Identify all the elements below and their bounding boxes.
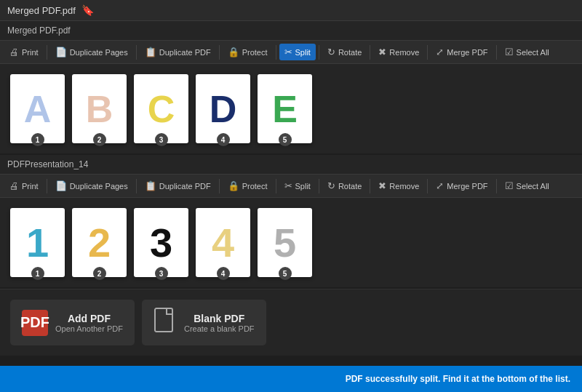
pdf-section-1: Merged PDF.pdf 🖨 Print 📄 Duplicate Pages… bbox=[0, 21, 582, 153]
section-2-title: PDFPresentation_14 bbox=[0, 155, 582, 174]
page-badge-1-2: 2 bbox=[93, 133, 106, 146]
page-thumb-2-2: 2 2 bbox=[72, 208, 127, 277]
sep2-3 bbox=[219, 179, 220, 193]
sep2-7 bbox=[427, 179, 428, 193]
sep2-8 bbox=[496, 179, 497, 193]
duplicate-pdf-btn-2[interactable]: 📋 Duplicate PDF bbox=[140, 177, 216, 194]
print-icon-1: 🖨 bbox=[9, 47, 19, 57]
duplicate-pdf-btn-1[interactable]: 📋 Duplicate PDF bbox=[140, 44, 216, 60]
blank-pdf-subtitle: Create a blank PDF bbox=[184, 324, 255, 333]
sep-7 bbox=[427, 45, 428, 60]
add-pdf-icon: PDF bbox=[22, 310, 48, 336]
sep-1 bbox=[47, 45, 47, 60]
blank-pdf-title: Blank PDF bbox=[184, 313, 255, 324]
duplicate-pages-icon-1: 📄 bbox=[55, 47, 67, 57]
title-bar: Merged PDF.pdf 🔖 bbox=[0, 0, 582, 21]
merge-pdf-icon-1: ⤢ bbox=[436, 47, 444, 57]
page-badge-2-5: 5 bbox=[279, 267, 292, 280]
pages-container-1: A 1 B 2 C 3 D 4 E 5 bbox=[0, 64, 582, 153]
page-badge-2-1: 1 bbox=[31, 267, 44, 280]
remove-btn-2[interactable]: ✖ Remove bbox=[373, 177, 424, 194]
protect-btn-1[interactable]: 🔒 Protect bbox=[223, 44, 273, 60]
toolbar-2: 🖨 Print 📄 Duplicate Pages 📋 Duplicate PD… bbox=[0, 174, 582, 198]
status-message: PDF successfully split. Find it at the b… bbox=[346, 374, 570, 384]
page-badge-2-4: 4 bbox=[217, 267, 230, 280]
page-thumb-1-4: D 4 bbox=[196, 74, 250, 143]
rotate-icon-1: ↻ bbox=[327, 47, 335, 57]
sep2-2 bbox=[136, 179, 137, 193]
sep-5 bbox=[319, 45, 319, 60]
duplicate-pdf-icon-2: 📋 bbox=[145, 180, 156, 191]
bottom-bar: PDF Add PDF Open Another PDF Blank PDF C… bbox=[0, 289, 582, 356]
protect-btn-2[interactable]: 🔒 Protect bbox=[223, 177, 273, 194]
duplicate-pdf-icon-1: 📋 bbox=[145, 47, 156, 57]
page-badge-2-3: 3 bbox=[155, 267, 168, 280]
select-all-icon-2: ☑ bbox=[505, 180, 514, 191]
sep2-6 bbox=[370, 179, 370, 193]
rotate-icon-2: ↻ bbox=[327, 180, 335, 191]
page-badge-1-1: 1 bbox=[31, 133, 44, 146]
remove-icon-1: ✖ bbox=[378, 47, 386, 57]
blank-pdf-icon bbox=[154, 307, 177, 338]
page-thumb-2-3: 3 3 bbox=[134, 208, 188, 277]
protect-icon-1: 🔒 bbox=[228, 47, 239, 57]
remove-btn-1[interactable]: ✖ Remove bbox=[373, 44, 424, 60]
page-thumb-1-1: A 1 bbox=[10, 74, 65, 143]
duplicate-pages-btn-2[interactable]: 📄 Duplicate Pages bbox=[50, 177, 133, 194]
split-icon-1: ✂ bbox=[284, 47, 292, 57]
sep-2 bbox=[136, 45, 137, 60]
title-text: Merged PDF.pdf bbox=[7, 5, 76, 16]
section-1-title: Merged PDF.pdf bbox=[0, 21, 582, 40]
page-badge-1-4: 4 bbox=[217, 133, 230, 146]
save-icon[interactable]: 🔖 bbox=[81, 4, 94, 16]
rotate-btn-2[interactable]: ↻ Rotate bbox=[322, 177, 367, 194]
sep-3 bbox=[219, 45, 220, 60]
blank-pdf-texts: Blank PDF Create a blank PDF bbox=[184, 313, 255, 333]
add-pdf-texts: Add PDF Open Another PDF bbox=[55, 313, 123, 333]
svg-rect-0 bbox=[155, 308, 172, 332]
main-content: Merged PDF.pdf 🖨 Print 📄 Duplicate Pages… bbox=[0, 21, 582, 366]
merge-pdf-btn-2[interactable]: ⤢ Merge PDF bbox=[431, 177, 493, 194]
page-thumb-1-5: E 5 bbox=[258, 74, 312, 143]
page-badge-2-2: 2 bbox=[93, 267, 106, 280]
sep2-5 bbox=[319, 179, 319, 193]
protect-icon-2: 🔒 bbox=[228, 180, 239, 191]
select-all-btn-1[interactable]: ☑ Select All bbox=[500, 44, 554, 60]
status-bar: PDF successfully split. Find it at the b… bbox=[0, 366, 582, 392]
merge-pdf-btn-1[interactable]: ⤢ Merge PDF bbox=[431, 44, 493, 60]
select-all-btn-2[interactable]: ☑ Select All bbox=[500, 177, 554, 194]
page-thumb-2-1: 1 1 bbox=[10, 208, 65, 277]
page-thumb-1-2: B 2 bbox=[72, 74, 127, 143]
page-thumb-1-3: C 3 bbox=[134, 74, 188, 143]
toolbar-1: 🖨 Print 📄 Duplicate Pages 📋 Duplicate PD… bbox=[0, 40, 582, 64]
rotate-btn-1[interactable]: ↻ Rotate bbox=[322, 44, 367, 60]
pages-container-2: 1 1 2 2 3 3 4 4 5 5 bbox=[0, 198, 582, 287]
pdf-section-2: PDFPresentation_14 🖨 Print 📄 Duplicate P… bbox=[0, 155, 582, 287]
split-icon-2: ✂ bbox=[284, 180, 292, 191]
split-btn-2[interactable]: ✂ Split bbox=[279, 177, 316, 194]
add-pdf-title: Add PDF bbox=[55, 313, 123, 324]
page-thumb-2-4: 4 4 bbox=[196, 208, 250, 277]
print-icon-2: 🖨 bbox=[9, 180, 19, 191]
print-btn-1[interactable]: 🖨 Print bbox=[4, 44, 44, 60]
sep-8 bbox=[496, 45, 497, 60]
split-btn-1[interactable]: ✂ Split bbox=[279, 44, 316, 60]
remove-icon-2: ✖ bbox=[378, 180, 386, 191]
select-all-icon-1: ☑ bbox=[505, 47, 514, 57]
page-badge-1-5: 5 bbox=[279, 133, 292, 146]
print-btn-2[interactable]: 🖨 Print bbox=[4, 177, 44, 194]
page-thumb-2-5: 5 5 bbox=[258, 208, 312, 277]
sep2-1 bbox=[47, 179, 47, 193]
add-pdf-subtitle: Open Another PDF bbox=[55, 324, 123, 333]
add-pdf-button[interactable]: PDF Add PDF Open Another PDF bbox=[10, 300, 135, 345]
blank-pdf-button[interactable]: Blank PDF Create a blank PDF bbox=[142, 300, 266, 345]
sep-4 bbox=[276, 45, 276, 60]
duplicate-pages-icon-2: 📄 bbox=[55, 180, 67, 191]
duplicate-pages-btn-1[interactable]: 📄 Duplicate Pages bbox=[50, 44, 133, 60]
page-badge-1-3: 3 bbox=[155, 133, 168, 146]
merge-pdf-icon-2: ⤢ bbox=[436, 180, 444, 191]
sep2-4 bbox=[276, 179, 276, 193]
sep-6 bbox=[370, 45, 370, 60]
